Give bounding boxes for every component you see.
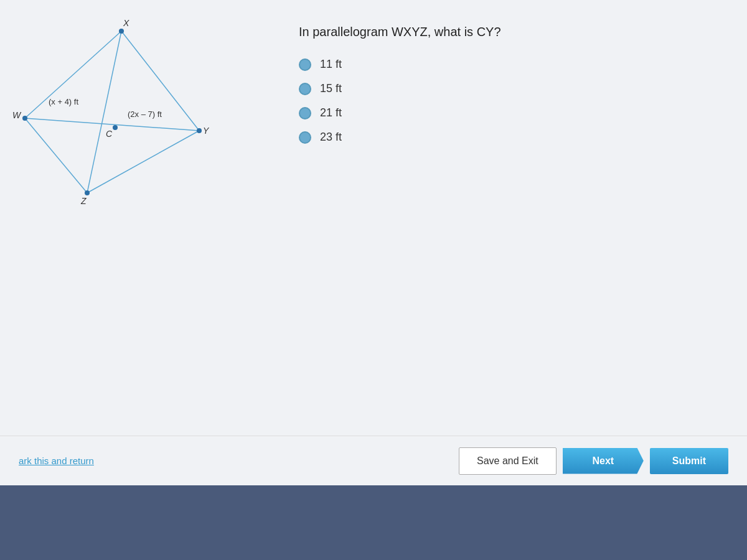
- radio-4[interactable]: [299, 131, 311, 144]
- label-x-plus-4: (x + 4) ft: [49, 97, 78, 106]
- option-3-label: 21 ft: [320, 106, 342, 119]
- vertex-z-label: Z: [80, 196, 87, 206]
- option-1-label: 11 ft: [320, 58, 342, 71]
- label-2x-minus-7: (2x – 7) ft: [128, 110, 162, 119]
- option-4[interactable]: 23 ft: [299, 131, 710, 144]
- mark-return-link[interactable]: ark this and return: [19, 455, 94, 466]
- svg-line-1: [87, 31, 121, 193]
- button-group: Save and Exit Next Submit: [459, 447, 728, 475]
- bottom-bar: ark this and return Save and Exit Next S…: [0, 436, 747, 485]
- option-2[interactable]: 15 ft: [299, 82, 710, 95]
- svg-point-7: [22, 116, 27, 121]
- footer-area: [0, 485, 747, 560]
- left-panel: X W Y Z C (x + 4) ft (2x – 7) ft: [0, 0, 261, 436]
- svg-point-10: [113, 125, 118, 130]
- right-panel: In parallelogram WXYZ, what is CY? 11 ft…: [261, 0, 747, 436]
- vertex-c-label: C: [106, 129, 113, 139]
- option-3[interactable]: 21 ft: [299, 106, 710, 119]
- svg-point-9: [85, 190, 90, 195]
- diagram-container: X W Y Z C (x + 4) ft (2x – 7) ft: [6, 12, 243, 212]
- svg-point-8: [197, 128, 202, 133]
- vertex-x-label: X: [123, 18, 129, 28]
- svg-line-5: [25, 118, 87, 193]
- radio-3[interactable]: [299, 107, 311, 119]
- option-1[interactable]: 11 ft: [299, 58, 710, 71]
- next-button[interactable]: Next: [563, 448, 644, 474]
- answer-options: 11 ft 15 ft 21 ft 23 ft: [299, 58, 710, 144]
- svg-point-6: [119, 29, 124, 34]
- svg-line-4: [87, 131, 199, 193]
- vertex-y-label: Y: [203, 126, 210, 136]
- option-2-label: 15 ft: [320, 82, 342, 95]
- submit-button[interactable]: Submit: [650, 448, 728, 474]
- radio-2[interactable]: [299, 83, 311, 95]
- option-4-label: 23 ft: [320, 131, 342, 144]
- question-title: In parallelogram WXYZ, what is CY?: [299, 25, 710, 39]
- vertex-w-label: W: [12, 110, 22, 120]
- main-content: X W Y Z C (x + 4) ft (2x – 7) ft In para…: [0, 0, 747, 436]
- save-exit-button[interactable]: Save and Exit: [459, 447, 557, 475]
- radio-1[interactable]: [299, 58, 311, 71]
